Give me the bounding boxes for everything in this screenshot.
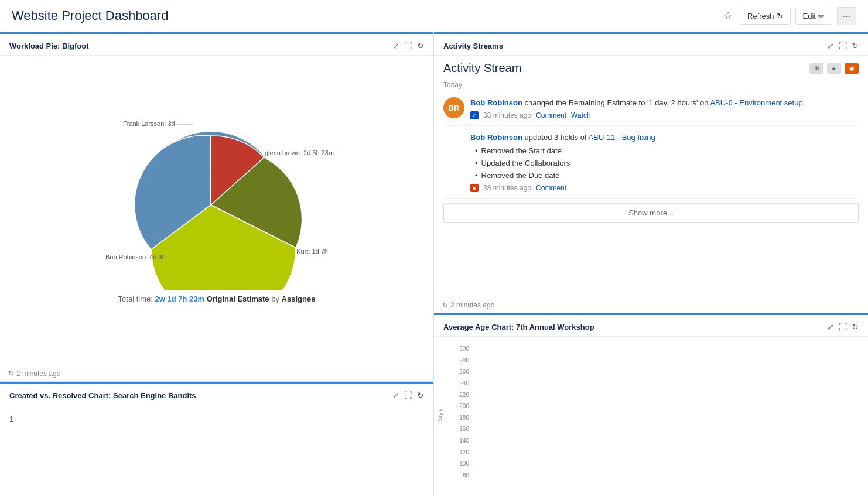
main-content: Workload Pie: Bigfoot ⤢ ⛶ ↻ <box>0 32 868 496</box>
y-axis-value: 100 <box>446 460 469 467</box>
cvr-value: 1 <box>9 415 13 423</box>
more-button[interactable]: ··· <box>837 7 856 25</box>
y-axis-value: 280 <box>446 357 469 364</box>
cvr-reload-icon[interactable]: ↻ <box>417 391 424 400</box>
collapse-icon[interactable]: ⤢ <box>392 41 399 50</box>
activity-meta-1: ✓ 38 minutes ago Comment Watch <box>470 111 859 119</box>
y-axis-value: 160 <box>446 426 469 432</box>
star-icon[interactable]: ☆ <box>721 7 735 25</box>
avg-age-panel: Average Age Chart: 7th Annual Workshop ⤢… <box>434 313 868 496</box>
y-axis-value: 260 <box>446 368 469 375</box>
pencil-icon: ✏ <box>818 12 825 20</box>
avg-chart-area: Days 30028026024022020018016014012010080 <box>434 337 868 496</box>
grid-line <box>469 382 862 382</box>
activity-collapse-icon[interactable]: ⤢ <box>827 41 834 50</box>
checkbox-icon-1: ✓ <box>470 111 479 119</box>
activity-item-1: BR Bob Robinson changed the Remaining Es… <box>443 91 859 126</box>
y-axis-value: 200 <box>446 403 469 409</box>
cvr-panel-header: Created vs. Resolved Chart: Search Engin… <box>0 384 433 405</box>
grid-view-icon[interactable]: ⊞ <box>809 63 823 74</box>
comment-link-2[interactable]: Comment <box>536 184 566 192</box>
y-axis-value: 80 <box>446 472 469 478</box>
grid-line <box>469 394 862 394</box>
activity-streams-panel-header: Activity Streams ⤢ ⛶ ↻ <box>434 34 868 56</box>
edit-label: Edit <box>803 12 816 20</box>
activity-action-2: updated 3 fields of <box>524 133 586 142</box>
refresh-icon: ↻ <box>777 12 783 20</box>
activity-body-2: Bob Robinson updated 3 fields of ABU-11 … <box>470 132 859 193</box>
activity-time-2: 38 minutes ago <box>483 184 531 192</box>
avg-age-panel-title: Average Age Chart: 7th Annual Workshop <box>443 323 594 331</box>
activity-item-2-header: Bob Robinson updated 3 fields of ABU-11 … <box>470 132 859 193</box>
activity-today-label: Today <box>434 78 868 91</box>
y-axis-value: 140 <box>446 437 469 444</box>
bullet-2: Updated the Collaborators <box>475 158 859 170</box>
refresh-icon-small: ↻ <box>8 370 14 378</box>
bars-wrapper <box>469 343 862 490</box>
activity-streams-icons: ⤢ ⛶ ↻ <box>827 41 859 50</box>
issue-link-1[interactable]: ABU-6 - Environment setup <box>710 98 802 107</box>
activity-refresh-time: ↻ 2 minutes ago <box>434 297 868 313</box>
cvr-collapse-icon[interactable]: ⤢ <box>392 391 399 400</box>
activity-expand-icon[interactable]: ⛶ <box>839 41 847 50</box>
activity-time-1: 38 minutes ago <box>483 111 531 119</box>
activity-text-2: Bob Robinson updated 3 fields of ABU-11 … <box>470 132 859 143</box>
kurt-label: Kurt: 1d 7h <box>296 248 328 255</box>
activity-reload-icon[interactable]: ↻ <box>852 41 859 50</box>
workload-summary: Total time: 2w 1d 7h 23m Original Estima… <box>114 290 320 308</box>
watch-link-1[interactable]: Watch <box>571 111 591 119</box>
y-axis-value: 120 <box>446 449 469 456</box>
show-more-button[interactable]: Show more... <box>443 203 859 223</box>
cvr-expand-icon[interactable]: ⛶ <box>404 391 412 400</box>
rss-icon[interactable]: ◉ <box>845 63 859 74</box>
activity-stream-title: Activity Stream <box>443 61 521 75</box>
grid-line <box>469 442 862 442</box>
grid-line <box>469 358 862 358</box>
total-time-label: Total time: <box>118 295 153 303</box>
assignee-label: Assignee <box>282 295 316 303</box>
refresh-button[interactable]: Refresh ↻ <box>740 8 791 25</box>
header-actions: ☆ Refresh ↻ Edit ✏ ··· <box>721 7 856 25</box>
activity-stream-view-icons: ⊞ ≡ ◉ <box>809 63 859 74</box>
grid-line <box>469 430 862 430</box>
comment-link-1[interactable]: Comment <box>536 111 566 119</box>
user-link-1[interactable]: Bob Robinson <box>470 98 522 107</box>
list-view-icon[interactable]: ≡ <box>827 63 841 74</box>
avg-collapse-icon[interactable]: ⤢ <box>827 322 834 331</box>
pie-chart-main <box>94 114 340 290</box>
stop-icon-2: ■ <box>470 184 479 192</box>
cvr-panel: Created vs. Resolved Chart: Search Engin… <box>0 382 433 496</box>
activity-text-1: Bob Robinson changed the Remaining Estim… <box>470 97 859 109</box>
activity-meta-2: ■ 38 minutes ago Comment <box>470 184 859 192</box>
workload-panel-icons: ⤢ ⛶ ↻ <box>392 41 424 50</box>
avg-reload-icon[interactable]: ↻ <box>852 322 859 331</box>
activity-item-2: Bob Robinson updated 3 fields of ABU-11 … <box>443 126 859 199</box>
avg-age-panel-header: Average Age Chart: 7th Annual Workshop ⤢… <box>434 315 868 337</box>
edit-button[interactable]: Edit ✏ <box>795 8 832 25</box>
expand-icon[interactable]: ⛶ <box>404 41 412 50</box>
right-column: Activity Streams ⤢ ⛶ ↻ Activity Stream ⊞… <box>434 32 868 496</box>
avg-expand-icon[interactable]: ⛶ <box>839 322 847 331</box>
estimate-label: Original Estimate <box>207 295 269 303</box>
bullet-1: Removed the Start date <box>475 145 859 158</box>
y-axis-value: 180 <box>446 415 469 421</box>
activity-refresh-icon: ↻ <box>442 301 448 309</box>
bars-container <box>469 343 862 354</box>
avatar-bob: BR <box>443 97 464 118</box>
reload-icon[interactable]: ↻ <box>417 41 424 50</box>
bar-grid <box>469 346 862 478</box>
y-axis-value: 240 <box>446 380 469 386</box>
workload-panel: Workload Pie: Bigfoot ⤢ ⛶ ↻ <box>0 32 433 382</box>
grid-line <box>469 478 862 478</box>
user-link-2[interactable]: Bob Robinson <box>470 133 522 142</box>
cvr-panel-title: Created vs. Resolved Chart: Search Engin… <box>9 391 196 400</box>
workload-panel-title: Workload Pie: Bigfoot <box>9 42 89 50</box>
grid-line <box>469 466 862 466</box>
y-axis-value: 300 <box>446 346 469 352</box>
workload-refresh-time: ↻ 2 minutes ago <box>0 366 433 381</box>
activity-stream-content: BR Bob Robinson changed the Remaining Es… <box>434 91 868 297</box>
frank-label: Frank Larsson: 3d <box>123 120 175 127</box>
issue-link-2[interactable]: ABU-11 - Bug fixing <box>589 133 655 142</box>
y-axis: 30028026024022020018016014012010080 <box>446 343 469 490</box>
grid-line <box>469 454 862 454</box>
